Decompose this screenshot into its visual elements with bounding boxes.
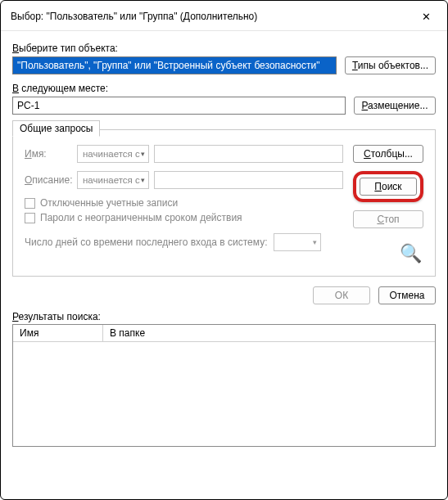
object-type-value[interactable]: "Пользователь", "Группа" или "Встроенный… [12,56,337,74]
results-list[interactable]: Имя В папке [12,324,436,447]
checkbox-icon [25,198,35,209]
locations-button[interactable]: Размещение... [354,97,436,115]
object-type-label: Выберите тип объекта: [12,43,436,54]
side-buttons: Столбцы... Поиск Стоп 🔍 [353,145,423,264]
search-button-highlight: Поиск [353,171,423,202]
common-queries-tab[interactable]: Общие запросы [12,120,100,137]
results-label: Результаты поиска: [1,311,447,324]
description-input[interactable] [154,171,343,189]
stop-button-accel: С [377,214,384,225]
location-label-accel: В [12,83,19,94]
find-now-button[interactable]: Поиск [360,178,417,196]
location-label-text: следующем месте: [19,83,108,94]
name-input[interactable] [154,145,343,163]
columns-button-accel: С [364,148,371,160]
stop-button[interactable]: Стоп [353,210,423,228]
column-header-name[interactable]: Имя [13,325,103,341]
description-label: Описание: [25,174,72,186]
magnifier-icon: 🔍 [400,243,423,264]
ok-button[interactable]: ОК [313,286,370,304]
chevron-down-icon: ▾ [141,176,145,184]
object-types-button-accel: Т [352,60,358,71]
dialog-buttons: ОК Отмена [1,277,447,311]
find-now-button-accel: П [374,181,382,192]
columns-button-text: толбцы... [371,148,413,160]
chevron-down-icon: ▾ [313,238,317,246]
object-types-button[interactable]: Типы объектов... [345,56,436,74]
noexpire-passwords-label: Пароли с неограниченным сроком действия [40,212,242,223]
results-header: Имя В папке [13,325,435,342]
content-area: Выберите тип объекта: "Пользователь", "Г… [1,31,447,277]
close-icon: ✕ [422,11,431,23]
name-match-select[interactable]: начинается с ▾ [77,145,149,163]
chevron-down-icon: ▾ [141,150,145,158]
description-match-value: начинается с [83,175,140,185]
name-label: Имя: [25,148,72,160]
stop-button-text: топ [384,214,400,225]
locations-button-accel: Р [362,100,369,111]
noexpire-passwords-checkbox-row[interactable]: Пароли с неограниченным сроком действия [25,212,343,223]
description-label-text: писание: [32,174,72,186]
location-label: В следующем месте: [12,83,436,94]
name-label-text: мя: [32,148,47,160]
disabled-accounts-label: Отключенные учетные записи [40,197,178,209]
results-label-text: езультаты поиска: [18,311,100,322]
find-now-button-text: оиск [382,181,402,192]
object-type-label-text: ыберите тип объекта: [19,43,118,54]
object-types-button-text: ипы объектов... [358,60,428,71]
days-since-login-label: Число дней со времени последнего входа в… [25,236,267,248]
location-value[interactable]: PC-1 [12,97,346,115]
days-since-login-select[interactable]: ▾ [274,233,321,251]
window-title: Выбор: "Пользователь" или "Группа" (Допо… [11,11,257,22]
description-label-accel: О [25,174,32,186]
dialog-window: Выбор: "Пользователь" или "Группа" (Допо… [0,0,448,500]
locations-button-text: азмещение... [368,100,428,111]
description-match-select[interactable]: начинается с ▾ [77,171,149,189]
cancel-button[interactable]: Отмена [378,286,436,304]
close-button[interactable]: ✕ [413,7,439,25]
column-header-folder[interactable]: В папке [103,325,435,341]
queries-form: Имя: начинается с ▾ Описание: [25,145,343,264]
common-queries-panel: Общие запросы Имя: начинается с ▾ [12,129,436,277]
titlebar: Выбор: "Пользователь" или "Группа" (Допо… [1,1,447,31]
name-match-value: начинается с [83,149,140,159]
name-label-accel: И [25,148,32,160]
columns-button[interactable]: Столбцы... [353,145,423,163]
disabled-accounts-checkbox-row[interactable]: Отключенные учетные записи [25,197,343,209]
checkbox-icon [25,213,35,223]
object-type-label-accel: В [12,43,19,54]
